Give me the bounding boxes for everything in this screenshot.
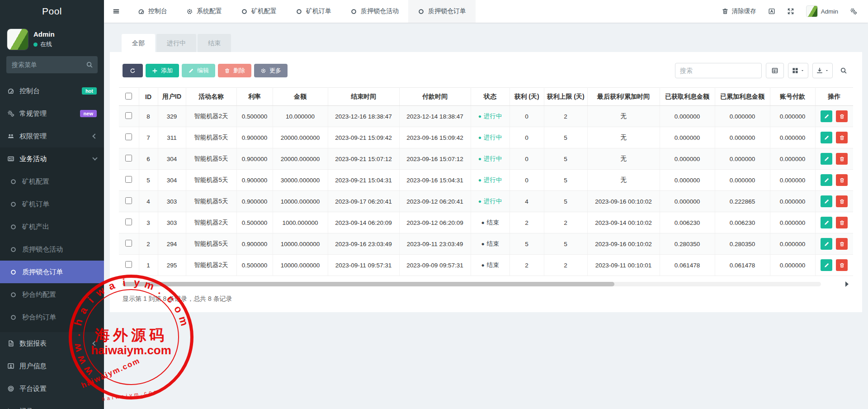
row-delete-button[interactable]: [836, 217, 848, 228]
col-interest-acc: 已累加利息金额: [715, 88, 770, 106]
cell-interest-got: 0.000000: [660, 106, 715, 127]
clear-cache-button[interactable]: 清除缓存: [722, 7, 756, 15]
row-checkbox[interactable]: [125, 261, 132, 268]
sidebar-item-records[interactable]: 记录: [0, 400, 104, 409]
row-edit-button[interactable]: [821, 195, 832, 207]
sidebar-item-user-info[interactable]: 用户信息: [0, 355, 104, 377]
table-search-input[interactable]: [675, 63, 762, 78]
row-delete-button[interactable]: [836, 238, 848, 250]
row-checkbox[interactable]: [125, 112, 132, 119]
add-button[interactable]: 添加: [146, 64, 179, 77]
row-delete-button[interactable]: [836, 132, 848, 143]
cell-interest-acc: 0.000000: [715, 148, 770, 170]
table-row: 5 304 智能机器5天 0.900000 30000.000000 2023-…: [119, 170, 853, 191]
row-edit-button[interactable]: [821, 217, 832, 228]
col-status: 状态: [471, 88, 509, 106]
col-account-pay: 账号付款: [770, 88, 815, 106]
cell-id: 8: [139, 106, 158, 127]
pencil-icon: [824, 199, 830, 204]
table-row: 4 303 智能机器5天 0.900000 10000.000000 2023-…: [119, 191, 853, 212]
caret-down-icon: [800, 68, 805, 73]
row-checkbox[interactable]: [125, 219, 132, 225]
row-checkbox[interactable]: [125, 133, 132, 140]
row-checkbox[interactable]: [125, 197, 132, 204]
select-all-checkbox[interactable]: [125, 93, 132, 100]
sidebar-item-business[interactable]: 业务活动: [0, 147, 104, 170]
language-button[interactable]: [768, 8, 775, 15]
row-edit-button[interactable]: [821, 174, 832, 186]
filter-tab-all[interactable]: 全部: [122, 34, 155, 52]
cell-account-pay: 0.000000: [770, 170, 815, 191]
export-button[interactable]: [812, 63, 833, 78]
sidebar-item-platform-settings[interactable]: 平台设置: [0, 377, 104, 400]
row-checkbox[interactable]: [125, 155, 132, 162]
row-delete-button[interactable]: [836, 259, 848, 271]
trash-icon: [839, 135, 845, 141]
cell-id: 4: [139, 191, 158, 212]
scrollbar-thumb[interactable]: [123, 282, 614, 286]
cell-user-id: 304: [158, 170, 186, 191]
cell-profit-cap: 2: [544, 212, 587, 233]
user-menu[interactable]: Admin: [806, 5, 838, 17]
edit-button[interactable]: 编辑: [182, 64, 215, 77]
row-edit-button[interactable]: [821, 110, 832, 122]
tab-staking-activity[interactable]: 质押锁仓活动: [341, 0, 408, 23]
cell-profit-days: 0: [509, 148, 544, 170]
cell-end-time: 2023-09-11 09:57:31: [328, 255, 399, 276]
sidebar-item-miner-output[interactable]: 矿机产出: [0, 215, 104, 238]
row-delete-button[interactable]: [836, 153, 848, 165]
row-edit-button[interactable]: [821, 153, 832, 165]
sidebar-item-staking-activity[interactable]: 质押锁仓活动: [0, 238, 104, 261]
tab-miner-config[interactable]: 矿机配置: [231, 0, 286, 23]
col-rate: 利率: [236, 88, 273, 106]
row-delete-button[interactable]: [836, 195, 848, 207]
row-edit-button[interactable]: [821, 132, 832, 143]
row-checkbox[interactable]: [125, 176, 132, 183]
tab-system-config[interactable]: 系统配置: [177, 0, 231, 23]
sidebar-item-dashboard[interactable]: 控制台 hot: [0, 80, 104, 102]
table-header: ID 用户ID 活动名称 利率 金额 结束时间 付款时间 状态 获利 (天) 获…: [119, 88, 853, 106]
fullscreen-button[interactable]: [787, 8, 794, 15]
tab-miner-orders[interactable]: 矿机订单: [286, 0, 341, 23]
menu-search-input[interactable]: [6, 56, 98, 73]
table-body: 8 329 智能机器2天 0.500000 10.000000 2023-12-…: [119, 106, 853, 276]
sidebar-item-miner-config[interactable]: 矿机配置: [0, 170, 104, 193]
scrollbar-track[interactable]: [123, 282, 821, 286]
trash-icon: [839, 177, 845, 183]
sidebar-item-general[interactable]: 常规管理 new: [0, 102, 104, 125]
advanced-search-button[interactable]: [837, 63, 850, 78]
users-icon: [7, 133, 14, 140]
refresh-button[interactable]: [123, 64, 143, 77]
cell-pay-time: 2023-09-16 15:04:31: [399, 170, 471, 191]
status-dot-icon: ●: [481, 262, 484, 268]
cell-end-time: 2023-09-14 06:20:09: [328, 212, 399, 233]
sidebar-item-reports[interactable]: 数据报表: [0, 332, 104, 355]
toggle-view-button[interactable]: [766, 63, 784, 78]
sidebar-item-miner-orders[interactable]: 矿机订单: [0, 193, 104, 215]
sidebar-item-permissions[interactable]: 权限管理: [0, 125, 104, 147]
row-edit-button[interactable]: [821, 259, 832, 271]
trash-icon: [722, 8, 729, 15]
status-dot-icon: ●: [481, 241, 484, 247]
filter-tab-running[interactable]: 进行中: [156, 34, 196, 52]
sidebar-item-seconds-config[interactable]: 秒合约配置: [0, 283, 104, 306]
row-edit-button[interactable]: [821, 238, 832, 250]
sidebar-menu: 控制台 hot 常规管理 new 权限管理 业务活动 矿机配置 矿机订单 矿机产…: [0, 80, 104, 409]
tab-staking-orders[interactable]: 质押锁仓订单: [408, 0, 476, 23]
delete-button[interactable]: 删除: [218, 64, 251, 77]
more-button[interactable]: 更多: [254, 64, 288, 77]
sidebar-item-staking-orders[interactable]: 质押锁仓订单: [0, 261, 104, 283]
cell-account-pay: 0.000000: [770, 106, 815, 127]
chevron-right-icon[interactable]: [845, 281, 849, 287]
row-delete-button[interactable]: [836, 174, 848, 186]
settings-button[interactable]: [850, 8, 857, 15]
sidebar-item-seconds-orders[interactable]: 秒合约订单: [0, 306, 104, 328]
row-checkbox[interactable]: [125, 240, 132, 247]
filter-tab-ended[interactable]: 结束: [198, 34, 231, 52]
cell-profit-days: 5: [509, 233, 544, 255]
columns-button[interactable]: [788, 63, 808, 78]
tab-dashboard[interactable]: 控制台: [128, 0, 177, 23]
row-delete-button[interactable]: [836, 110, 848, 122]
search-icon: [86, 61, 93, 68]
sidebar-toggle-button[interactable]: [104, 0, 128, 23]
